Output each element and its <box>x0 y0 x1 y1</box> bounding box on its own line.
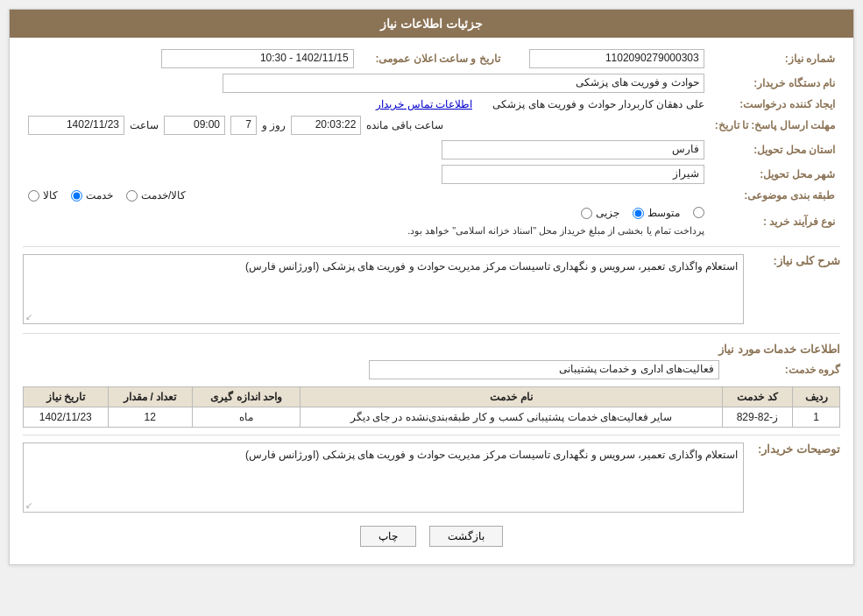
cell-qty: 12 <box>108 407 192 428</box>
creator-label: ایجاد کننده درخواست: <box>739 98 835 110</box>
motavaset-label: متوسط <box>647 207 680 219</box>
cell-unit: ماه <box>192 407 301 428</box>
cell-date: 1402/11/23 <box>24 407 109 428</box>
category-khadamat[interactable]: خدمت <box>71 189 113 202</box>
station-label: نام دستگاه خریدار: <box>753 77 835 89</box>
process-options: جزیی متوسط <box>28 207 704 219</box>
city-value: شیراز <box>442 165 704 184</box>
deadline-label: مهلت ارسال پاسخ: تا تاریخ: <box>715 119 835 131</box>
process-jozi[interactable]: جزیی <box>581 207 619 219</box>
creator-link[interactable]: اطلاعات تماس خریدار <box>376 98 472 110</box>
category-label: طبقه بندی موضوعی: <box>744 189 835 202</box>
date-announce-label: تاریخ و ساعت اعلان عمومی: <box>376 53 500 65</box>
sn-label: شماره نیاز: <box>785 53 835 65</box>
col-unit: واحد اندازه گیری <box>192 387 301 407</box>
kala-label: کالا <box>43 189 58 202</box>
deadline-date: 1402/11/23 <box>28 116 124 135</box>
buyer-desc-value: استعلام واگذاری تعمیر، سرویس و نگهداری ت… <box>245 449 738 461</box>
col-date: تاریخ نیاز <box>24 387 109 407</box>
services-table: ردیف کد خدمت نام خدمت واحد اندازه گیری ت… <box>23 386 840 428</box>
desc-title: شرح کلی نیاز: <box>773 254 840 267</box>
process-description: پرداخت تمام یا بخشی از مبلغ خریداز محل "… <box>28 225 704 237</box>
khadamat-label: خدمت <box>86 189 113 202</box>
group-value: فعالیت‌های اداری و خدمات پشتیبانی <box>369 360 719 379</box>
table-row: 1 ز-82-829 سایر فعالیت‌های خدمات پشتیبان… <box>24 407 840 428</box>
cell-code: ز-82-829 <box>722 407 793 428</box>
description-box: استعلام واگذاری تعمیر، سرویس و نگهداری ت… <box>23 254 744 324</box>
group-label: گروه خدمت: <box>726 364 840 376</box>
cell-name: سایر فعالیت‌های خدمات پشتیبانی کسب و کار… <box>301 407 722 428</box>
buyer-desc-corner-icon: ↙ <box>25 500 32 510</box>
col-code: کد خدمت <box>722 387 793 407</box>
buyer-desc-box: استعلام واگذاری تعمیر، سرویس و نگهداری ت… <box>23 443 744 513</box>
col-qty: تعداد / مقدار <box>108 387 192 407</box>
category-kala[interactable]: کالا <box>28 189 58 202</box>
creator-value: علی دهقان کاربردار حوادث و فوریت های پزش… <box>492 98 704 110</box>
process-motavaset[interactable]: متوسط <box>633 207 680 219</box>
process-blank[interactable] <box>693 207 704 218</box>
date-announce-value: 1402/11/15 - 10:30 <box>161 49 354 68</box>
description-value: استعلام واگذاری تعمیر، سرویس و نگهداری ت… <box>245 260 738 273</box>
col-name: نام خدمت <box>301 387 722 407</box>
page-title: جزئیات اطلاعات نیاز <box>380 17 483 31</box>
station-value: حوادث و فوریت های پزشکی <box>223 74 704 93</box>
jozi-label: جزیی <box>596 207 619 219</box>
cell-row: 1 <box>793 407 840 428</box>
deadline-time: 09:00 <box>164 116 225 135</box>
time-label: ساعت <box>130 119 159 131</box>
buttons-row: بازگشت چاپ <box>23 526 840 556</box>
days-label: روز و <box>262 119 286 131</box>
sn-value: 1102090279000303 <box>529 49 704 68</box>
back-button[interactable]: بازگشت <box>429 526 503 547</box>
deadline-days: 7 <box>230 116 257 135</box>
category-options: کالا خدمت کالا/خدمت <box>28 189 704 202</box>
remaining-label: ساعت باقی مانده <box>366 119 443 131</box>
kala-khadamat-label: کالا/خدمت <box>141 189 186 202</box>
buyer-desc-title: توصیحات خریدار: <box>758 443 840 456</box>
desc-corner-icon: ↙ <box>25 312 32 322</box>
print-button[interactable]: چاپ <box>360 526 416 547</box>
deadline-remaining: 20:03:22 <box>291 116 361 135</box>
process-label: نوع فرآیند خرید : <box>763 216 835 228</box>
province-label: استان محل تحویل: <box>753 144 835 156</box>
province-value: فارس <box>442 140 704 159</box>
category-kala-khadamat[interactable]: کالا/خدمت <box>126 189 186 202</box>
city-label: شهر محل تحویل: <box>760 168 835 181</box>
col-row: ردیف <box>793 387 840 407</box>
page-header: جزئیات اطلاعات نیاز <box>10 10 853 38</box>
services-title: اطلاعات خدمات مورد نیاز <box>23 343 840 356</box>
